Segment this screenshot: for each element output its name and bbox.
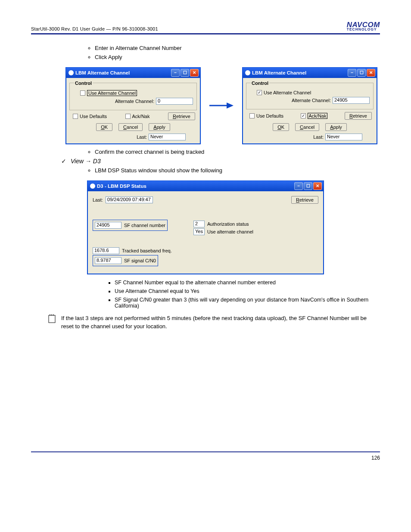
use-alt-checkbox[interactable]: ✓ [257,90,262,95]
close-button[interactable]: ✕ [313,182,322,190]
acknak-checkbox[interactable] [125,114,131,119]
step-click-apply: Click Apply [95,54,380,60]
control-legend: Control [251,81,269,86]
use-alt-label: Use Alternate Channel [87,90,137,96]
use-alt-label: Use Alternate Channel [264,90,311,95]
sf-channel-number-field: 24905 [95,222,121,229]
tracked-baseband-field: 1678.6 [93,247,119,254]
close-button[interactable]: ✕ [367,69,375,77]
use-defaults-label: Use Defaults [80,114,107,119]
header-left: StarUtil-3000 Rev. D1 User Guide — P/N 9… [31,26,158,31]
auth-status-field: 2 [193,221,205,227]
last-timestamp-field: 09/24/2009 07:49:47 [106,196,153,203]
check-cn0: SF Signal C/N0 greater than 3 (this will… [115,297,380,309]
acknak-checkbox[interactable]: ✓ [301,113,306,118]
check-use-alt: Use Alternate Channel equal to Yes [115,288,380,294]
acknak-label: Ack/Nak [132,114,150,119]
arrow-right-icon [209,102,234,109]
svg-point-5 [53,314,54,315]
close-button[interactable]: ✕ [190,69,199,77]
use-alt-channel-field: Yes [193,228,205,235]
retrieve-button[interactable]: Retrieve [345,112,372,120]
window-icon [90,184,95,189]
tracked-baseband-label: Tracked baseband freq. [122,248,172,253]
ok-button[interactable]: OK [273,123,289,131]
maximize-button[interactable]: ☐ [181,69,189,77]
footer-rule [31,451,380,452]
cancel-button[interactable]: Cancel [295,123,319,131]
sf-channel-number-label: SF channel number [124,223,165,228]
use-defaults-label: Use Defaults [256,113,283,118]
control-legend: Control [74,81,93,86]
last-label: Last: [313,134,324,140]
svg-point-3 [50,314,50,315]
window-title: LBM Alternate Channel [75,70,130,75]
sf-cn0-field: 8.9787 [95,257,121,264]
window-icon [68,70,74,75]
use-alt-channel-label: Use alternate channel [207,229,253,234]
window-icon [245,70,250,75]
check-sf-channel: SF Channel Number equal to the alternate… [115,280,380,286]
menu-path: ✓ View → D3 [61,158,380,165]
apply-button[interactable]: Apply [149,123,170,131]
lbm-dsp-note: LBM DSP Status window should show the fo… [95,167,380,174]
minimize-button[interactable]: – [348,69,356,77]
last-label: Last: [137,134,147,140]
auth-status-label: Authorization status [207,221,249,227]
timing-note: If the last 3 steps are not performed wi… [61,314,380,331]
maximize-button[interactable]: ☐ [304,182,312,190]
cancel-button[interactable]: Cancel [118,123,143,131]
lbm-dialog-before: LBM Alternate Channel – ☐ ✕ Control Use … [65,67,201,144]
note-icon [48,314,56,324]
d3-lbm-dsp-status-window: D3 - LBM DSP Status – ☐ ✕ Last: 09/24/20… [87,180,324,274]
acknak-label: Ack/Nak [308,113,328,119]
ok-button[interactable]: OK [96,123,112,131]
page-number: 126 [31,455,380,461]
header-rule [31,33,380,34]
check-icon: ✓ [61,158,66,165]
maximize-button[interactable]: ☐ [357,69,366,77]
window-title: LBM Alternate Channel [252,70,306,75]
step-enter-alt-channel: Enter in Alternate Channel Number [95,45,380,51]
minimize-button[interactable]: – [171,69,180,77]
last-label: Last: [93,197,103,202]
minimize-button[interactable]: – [294,182,303,190]
step-confirm-channel: Confirm the correct channel is being tra… [95,149,380,155]
sf-cn0-label: SF signal C/N0 [124,258,156,263]
svg-marker-1 [227,103,234,109]
apply-button[interactable]: Apply [325,123,347,131]
use-alt-checkbox[interactable] [80,90,85,96]
navcom-logo: NAVCOM TECHNOLOGY [347,22,380,31]
window-title: D3 - LBM DSP Status [97,184,146,189]
alt-channel-label: Alternate Channel: [292,98,331,103]
svg-rect-2 [49,315,55,323]
use-defaults-checkbox[interactable] [73,114,78,119]
last-field: Never [325,134,362,140]
svg-point-4 [51,314,52,315]
alt-channel-field[interactable]: 0 [156,98,193,105]
last-field: Never [149,134,186,140]
lbm-dialog-after: LBM Alternate Channel – ☐ ✕ Control ✓ Us… [242,67,377,144]
retrieve-button[interactable]: Retrieve [168,112,195,120]
alt-channel-field[interactable]: 24905 [333,97,370,104]
retrieve-button[interactable]: Retrieve [291,196,318,204]
use-defaults-checkbox[interactable] [249,113,255,118]
alt-channel-label: Alternate Channel: [115,99,154,104]
